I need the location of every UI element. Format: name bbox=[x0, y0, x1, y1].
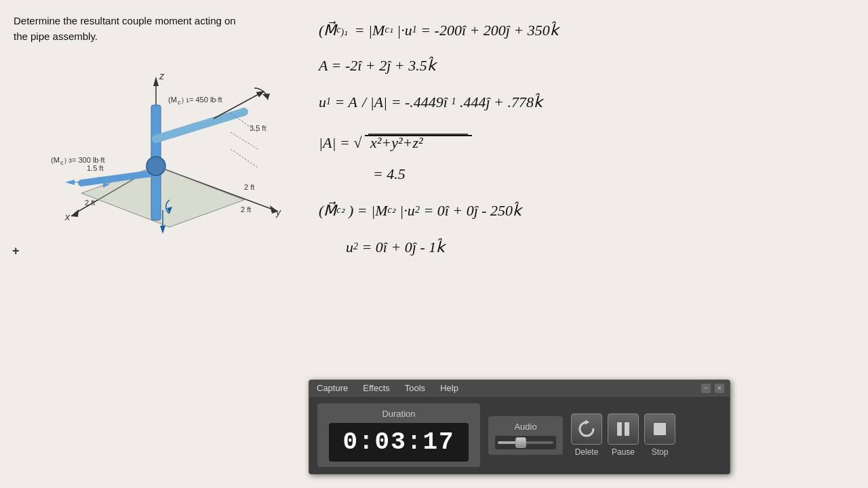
svg-text:x: x bbox=[64, 211, 71, 222]
svg-rect-52 bbox=[365, 135, 472, 136]
svg-text:A = -2î + 2ĵ + 3.5k̂: A = -2î + 2ĵ + 3.5k̂ bbox=[317, 56, 438, 74]
toolbar-body: Duration 0:03:17 Audio bbox=[309, 396, 730, 474]
svg-rect-59 bbox=[654, 423, 666, 435]
svg-text:= 300 lb·ft: = 300 lb·ft bbox=[72, 156, 105, 164]
menu-effects[interactable]: Effects bbox=[361, 382, 392, 394]
svg-text:2 ft: 2 ft bbox=[85, 199, 95, 207]
math-line-5: = 4.5 bbox=[373, 164, 854, 190]
svg-line-44 bbox=[231, 132, 258, 149]
menu-help[interactable]: Help bbox=[438, 382, 460, 394]
svg-marker-16 bbox=[262, 94, 270, 100]
pause-label: Pause bbox=[612, 447, 635, 457]
svg-marker-7 bbox=[71, 209, 79, 217]
duration-label: Duration bbox=[382, 409, 415, 419]
svg-text:): ) bbox=[182, 97, 184, 104]
pause-icon bbox=[608, 413, 639, 445]
audio-slider-thumb[interactable] bbox=[515, 437, 526, 448]
menu-capture[interactable]: Capture bbox=[315, 382, 350, 394]
math-line-3: u1 = A / |A| = -.4449î 1 .444ĵ + .778k̂ bbox=[319, 85, 854, 121]
audio-label: Audio bbox=[514, 422, 536, 432]
minimize-button[interactable]: − bbox=[701, 384, 711, 393]
toolbar-menubar: Capture Effects Tools Help − × bbox=[309, 380, 730, 396]
svg-point-14 bbox=[146, 157, 165, 176]
duration-section: Duration 0:03:17 bbox=[317, 403, 480, 467]
svg-text:2 ft: 2 ft bbox=[244, 183, 254, 191]
svg-text:u1
           = 
          A
 : u1 = A / |A| = -.4449î 1 .444ĵ + .778k̂ bbox=[319, 91, 545, 110]
svg-text:c: c bbox=[178, 99, 181, 106]
problem-line1: Determine the resultant couple moment ac… bbox=[14, 15, 236, 26]
audio-section: Audio bbox=[488, 416, 563, 455]
math-line-2: A = -2î + 2ĵ + 3.5k̂ bbox=[319, 52, 854, 81]
menu-tools[interactable]: Tools bbox=[403, 382, 427, 394]
capture-toolbar: Capture Effects Tools Help − × Duration … bbox=[309, 380, 730, 474]
svg-rect-57 bbox=[617, 422, 622, 436]
svg-text:3.5 ft: 3.5 ft bbox=[250, 124, 266, 132]
math-line-6: (M⃗c₂ ) = |Mc₂ |·u2 = 0î + 0ĵ - 250k̂ bbox=[319, 194, 854, 229]
svg-marker-37 bbox=[65, 180, 75, 185]
svg-text:(M: (M bbox=[51, 156, 60, 164]
svg-line-45 bbox=[231, 149, 258, 167]
svg-text:c: c bbox=[60, 159, 64, 166]
svg-text:2 ft: 2 ft bbox=[241, 205, 251, 214]
pause-button[interactable]: Pause bbox=[608, 413, 639, 457]
svg-line-12 bbox=[156, 112, 244, 139]
svg-text:= 250 lb·ft: = 250 lb·ft bbox=[192, 246, 225, 247]
stop-button[interactable]: Stop bbox=[644, 413, 675, 457]
svg-text:y: y bbox=[275, 207, 281, 218]
controls-section: Delete Pause bbox=[571, 413, 675, 457]
math-line-7: u2 = 0î + 0ĵ - 1k̂ bbox=[346, 233, 854, 263]
svg-rect-58 bbox=[625, 422, 629, 436]
window-controls: − × bbox=[701, 384, 724, 393]
svg-text:x²+y²+z²: x²+y²+z² bbox=[370, 134, 423, 151]
svg-text:|A| = √: |A| = √ bbox=[319, 134, 362, 151]
svg-marker-1 bbox=[153, 77, 159, 86]
close-button[interactable]: × bbox=[715, 384, 724, 393]
stop-icon bbox=[644, 413, 675, 445]
cursor: + bbox=[12, 244, 20, 258]
diagram-area: z y x bbox=[14, 37, 292, 247]
svg-text:= 450 lb·ft: = 450 lb·ft bbox=[189, 96, 222, 104]
stop-label: Stop bbox=[652, 447, 669, 457]
svg-text:= 4.5: = 4.5 bbox=[373, 165, 406, 182]
duration-display: 0:03:17 bbox=[329, 423, 468, 462]
main-content: Determine the resultant couple moment ac… bbox=[0, 0, 868, 488]
svg-text:1.5 ft: 1.5 ft bbox=[87, 164, 103, 172]
svg-text:(M⃗c)₁
          = |Mc₁
      : (M⃗c)₁ = |Mc₁ |·u1 = -200î + 200ĵ + 350k… bbox=[319, 19, 561, 39]
math-area: (M⃗c)₁ = |Mc₁ |·u1 = -200î + 200ĵ + 350k… bbox=[312, 7, 861, 359]
audio-slider-container[interactable] bbox=[495, 436, 556, 449]
svg-text:(M: (M bbox=[171, 246, 180, 247]
svg-text:z: z bbox=[159, 70, 165, 81]
delete-icon bbox=[571, 413, 602, 445]
delete-label: Delete bbox=[575, 447, 599, 457]
svg-text:): ) bbox=[64, 157, 66, 164]
math-line-1: (M⃗c)₁ = |Mc₁ |·u1 = -200î + 200ĵ + 350k… bbox=[319, 14, 854, 47]
svg-text:u2
           = 0î + 0ĵ - 1k̂: u2 = 0î + 0ĵ - 1k̂ bbox=[346, 236, 447, 256]
svg-text:(M⃗c₂
          ) = |Mc₂
     : (M⃗c₂ ) = |Mc₂ |·u2 = 0î + 0ĵ - 250k̂ bbox=[319, 199, 524, 219]
svg-text:(M: (M bbox=[168, 96, 177, 104]
svg-marker-23 bbox=[160, 226, 165, 234]
math-line-4: |A| = √ x²+y²+z² bbox=[319, 125, 854, 160]
delete-button[interactable]: Delete bbox=[571, 413, 602, 457]
